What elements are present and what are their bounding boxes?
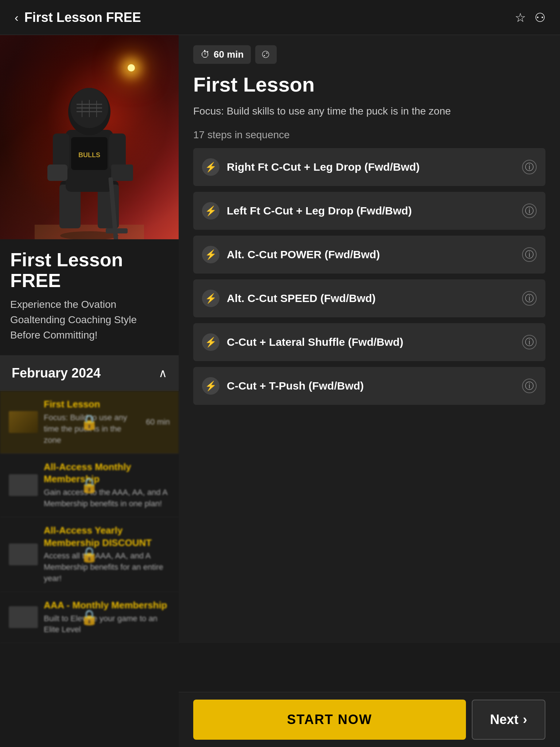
- duration-badge: ⏱ 60 min: [193, 45, 251, 64]
- header: ‹ First Lesson FREE ☆ ⚇: [0, 0, 560, 35]
- right-lesson-title: First Lesson: [193, 73, 545, 96]
- chevron-up-icon: ∧: [159, 366, 167, 380]
- step-item[interactable]: ⚡ Right Ft C-Cut + Leg Drop (Fwd/Bwd) ⓘ: [193, 148, 545, 186]
- list-item[interactable]: All-Access Yearly Membership DISCOUNT Ac…: [0, 517, 179, 592]
- month-header[interactable]: February 2024 ∧: [0, 355, 179, 391]
- left-panel: BULLS: [0, 35, 179, 643]
- lesson-list: First Lesson Focus: Build to use any tim…: [0, 391, 179, 643]
- step-item[interactable]: ⚡ C-Cut + Lateral Shuffle (Fwd/Bwd) ⓘ: [193, 323, 545, 361]
- lesson-sub: Access all the AAA, AA, and A Membership…: [44, 550, 170, 584]
- lesson-info: First Lesson FREE Experience the Ovation…: [0, 239, 179, 355]
- bolt-icon: ⚡: [202, 377, 219, 395]
- bolt-icon: ⚡: [202, 202, 219, 220]
- step-name: C-Cut + Lateral Shuffle (Fwd/Bwd): [227, 334, 515, 350]
- month-label: February 2024: [12, 365, 101, 381]
- page-title: First Lesson FREE: [24, 10, 141, 25]
- lock-icon: 🔒: [80, 477, 98, 494]
- lesson-name: All-Access Yearly Membership DISCOUNT: [44, 525, 170, 549]
- info-icon[interactable]: ⓘ: [522, 247, 537, 262]
- bolt-icon: ⚡: [202, 246, 219, 263]
- lesson-thumbnail: [9, 411, 38, 433]
- step-item[interactable]: ⚡ Alt. C-Cut SPEED (Fwd/Bwd) ⓘ: [193, 279, 545, 317]
- hero-image: BULLS: [0, 35, 179, 239]
- svg-rect-11: [47, 165, 67, 181]
- goalie-svg: BULLS: [35, 71, 144, 239]
- bookmark-button[interactable]: ☆: [515, 11, 526, 24]
- list-item[interactable]: AAA - Monthly Membership Built to Elevat…: [0, 592, 179, 643]
- lesson-name: All-Access Monthly Membership: [44, 461, 170, 486]
- spark-effect: [128, 64, 135, 71]
- start-now-button[interactable]: START NOW: [193, 700, 466, 740]
- lesson-title-main: First Lesson FREE: [10, 249, 168, 291]
- info-icon[interactable]: ⓘ: [522, 160, 537, 174]
- clock-icon: ⏱: [201, 49, 210, 60]
- lesson-name: AAA - Monthly Membership: [44, 599, 170, 612]
- steps-list: ⚡ Right Ft C-Cut + Leg Drop (Fwd/Bwd) ⓘ …: [193, 148, 545, 405]
- info-icon[interactable]: ⓘ: [522, 379, 537, 393]
- header-left: ‹ First Lesson FREE: [15, 10, 141, 25]
- lesson-text: All-Access Yearly Membership DISCOUNT Ac…: [44, 525, 170, 584]
- month-section: February 2024 ∧: [0, 355, 179, 391]
- list-item[interactable]: First Lesson Focus: Build to use any tim…: [0, 391, 179, 453]
- lesson-thumbnail: [9, 606, 38, 628]
- svg-text:BULLS: BULLS: [78, 151, 100, 159]
- step-item[interactable]: ⚡ C-Cut + T-Push (Fwd/Bwd) ⓘ: [193, 367, 545, 405]
- step-item[interactable]: ⚡ Alt. C-Cut POWER (Fwd/Bwd) ⓘ: [193, 236, 545, 274]
- step-name: C-Cut + T-Push (Fwd/Bwd): [227, 378, 515, 394]
- bolt-icon: ⚡: [202, 290, 219, 307]
- next-label: Next: [490, 712, 518, 727]
- lesson-name: First Lesson: [44, 398, 140, 411]
- step-name: Alt. C-Cut POWER (Fwd/Bwd): [227, 247, 515, 262]
- lesson-description: Experience the Ovation Goaltending Coach…: [10, 297, 168, 343]
- next-arrow-icon: ›: [523, 712, 527, 727]
- lock-icon: 🔒: [80, 414, 98, 431]
- step-name: Left Ft C-Cut + Leg Drop (Fwd/Bwd): [227, 203, 515, 218]
- lesson-text: AAA - Monthly Membership Built to Elevat…: [44, 599, 170, 635]
- lock-icon: 🔒: [80, 546, 98, 563]
- lesson-duration: 60 min: [146, 417, 170, 427]
- next-button[interactable]: Next ›: [472, 700, 545, 740]
- right-panel-inner: ⏱ 60 min ⚇ First Lesson Focus: Build ski…: [193, 45, 545, 454]
- svg-rect-12: [111, 165, 133, 181]
- info-icon[interactable]: ⓘ: [522, 291, 537, 306]
- link-icon: ⚇: [259, 47, 273, 61]
- lock-icon: 🔒: [80, 609, 98, 626]
- link-badge[interactable]: ⚇: [255, 45, 277, 64]
- bolt-icon: ⚡: [202, 333, 219, 351]
- step-item[interactable]: ⚡ Left Ft C-Cut + Leg Drop (Fwd/Bwd) ⓘ: [193, 192, 545, 230]
- lesson-sub: Gain access to the AAA, AA, and A Member…: [44, 487, 170, 510]
- info-icon[interactable]: ⓘ: [522, 335, 537, 349]
- svg-rect-23: [106, 228, 128, 233]
- lesson-sub: Built to Elevate your game to an Elite L…: [44, 613, 170, 636]
- right-panel: ⏱ 60 min ⚇ First Lesson Focus: Build ski…: [179, 35, 560, 643]
- steps-label: 17 steps in sequence: [193, 129, 545, 141]
- back-button[interactable]: ‹: [15, 12, 19, 23]
- badges-row: ⏱ 60 min ⚇: [193, 45, 545, 67]
- lesson-thumbnail: [9, 543, 38, 565]
- info-icon[interactable]: ⓘ: [522, 204, 537, 218]
- lesson-text: All-Access Monthly Membership Gain acces…: [44, 461, 170, 510]
- share-link-button[interactable]: ⚇: [534, 11, 545, 24]
- bolt-icon: ⚡: [202, 158, 219, 176]
- lesson-thumbnail: [9, 474, 38, 496]
- step-name: Right Ft C-Cut + Leg Drop (Fwd/Bwd): [227, 159, 515, 175]
- main-content: BULLS: [0, 35, 560, 643]
- header-icons: ☆ ⚇: [515, 11, 545, 24]
- step-name: Alt. C-Cut SPEED (Fwd/Bwd): [227, 291, 515, 306]
- duration-text: 60 min: [214, 49, 244, 60]
- focus-text: Focus: Build skills to use any time the …: [193, 104, 545, 119]
- list-item[interactable]: All-Access Monthly Membership Gain acces…: [0, 454, 179, 517]
- bottom-actions: START NOW Next ›: [179, 692, 560, 747]
